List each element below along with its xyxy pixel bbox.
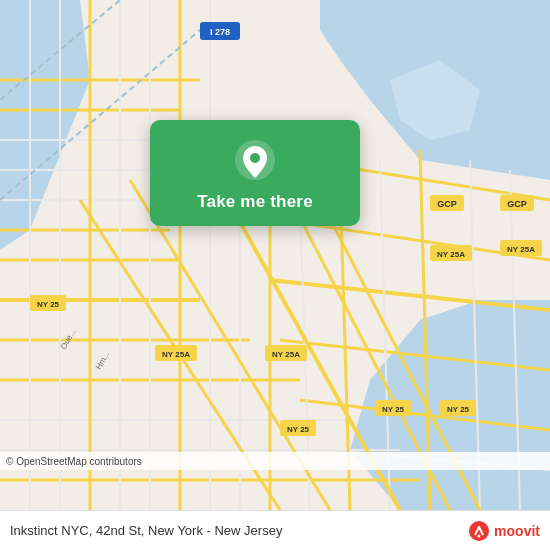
take-me-there-button[interactable]: Take me there [197, 192, 313, 212]
svg-text:NY 25: NY 25 [447, 405, 470, 414]
map-background: I 278 GCP GCP NY 25A NY 25A NY 25 NY 25A… [0, 0, 550, 510]
svg-point-73 [478, 534, 481, 537]
location-pin-icon [233, 138, 277, 182]
svg-text:GCP: GCP [437, 199, 457, 209]
moovit-brand-label: moovit [494, 523, 540, 539]
map-container: I 278 GCP GCP NY 25A NY 25A NY 25 NY 25A… [0, 0, 550, 510]
svg-text:I 278: I 278 [210, 27, 230, 37]
svg-text:NY 25: NY 25 [287, 425, 310, 434]
moovit-logo: moovit [468, 520, 540, 542]
svg-text:NY 25A: NY 25A [162, 350, 190, 359]
attribution-bar: © OpenStreetMap contributors [0, 452, 550, 470]
attribution-text: © OpenStreetMap contributors [6, 456, 142, 467]
svg-text:NY 25A: NY 25A [437, 250, 465, 259]
svg-text:NY 25: NY 25 [37, 300, 60, 309]
location-card[interactable]: Take me there [150, 120, 360, 226]
location-label: Inkstinct NYC, 42nd St, New York - New J… [10, 523, 282, 538]
moovit-icon [468, 520, 490, 542]
svg-point-71 [250, 153, 260, 163]
svg-text:GCP: GCP [507, 199, 527, 209]
svg-text:NY 25A: NY 25A [507, 245, 535, 254]
svg-point-72 [469, 521, 489, 541]
svg-text:NY 25A: NY 25A [272, 350, 300, 359]
footer: Inkstinct NYC, 42nd St, New York - New J… [0, 510, 550, 550]
svg-text:NY 25: NY 25 [382, 405, 405, 414]
